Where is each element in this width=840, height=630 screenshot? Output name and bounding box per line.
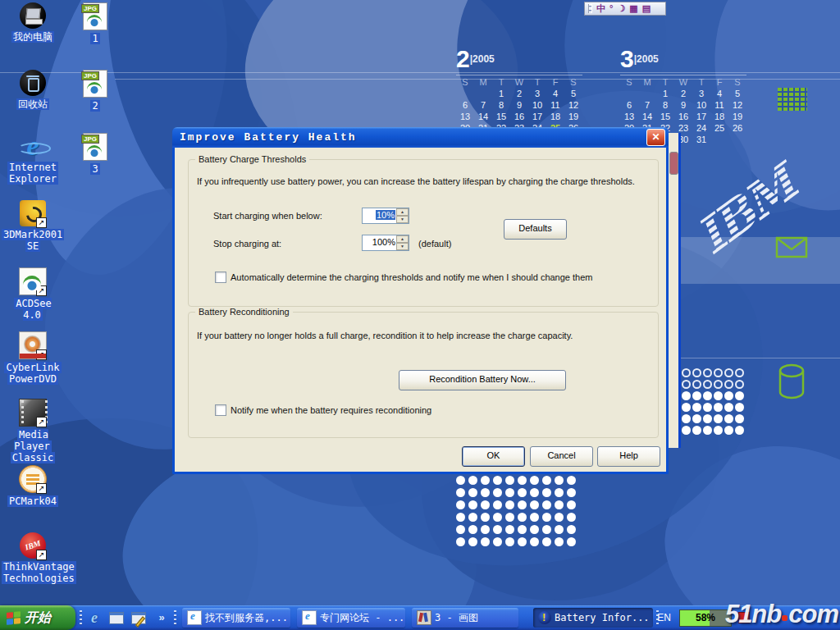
dialog-titlebar[interactable]: Improve Battery Health ✕ [172, 127, 669, 148]
acdsee-4-0-label: ACDSee 4.0 [2, 298, 64, 321]
pcmark04[interactable]: ↗PCMark04 [2, 465, 64, 507]
media-player-classic[interactable]: ↗Media PlayerClassic [2, 399, 64, 463]
calendar-date: 3 [692, 89, 710, 100]
jpg-file-1[interactable]: JPG1 [64, 2, 126, 44]
cyberlink-powerdvd[interactable]: ↗CyberLinkPowerDVD [2, 331, 64, 385]
dot [724, 380, 733, 389]
calendar-header: 2|2005 [456, 47, 582, 75]
spin-up-icon[interactable]: ▲ [396, 208, 409, 216]
dot [493, 537, 502, 546]
start-charging-value[interactable]: 10% [376, 210, 395, 220]
dot [714, 391, 723, 400]
dots-pattern-right [671, 368, 743, 435]
quick-launch-ie-icon[interactable]: e [85, 609, 103, 627]
calendar-day-header: M [474, 77, 492, 89]
stop-charging-spinner[interactable]: 100% ▲ ▼ [362, 235, 409, 251]
task-paint[interactable]: 3 - 画图 [412, 608, 518, 628]
dot [682, 391, 691, 400]
spin-down-icon[interactable]: ▼ [396, 216, 409, 223]
ime-pad-icon[interactable]: ▤ [642, 4, 651, 13]
thinkvantage-technologies-icon: IBM↗ [20, 532, 46, 559]
calendar-date: 8 [656, 100, 674, 112]
language-bar-grip[interactable] [588, 4, 592, 13]
calendar-header: 3|2005 [620, 47, 746, 75]
3dmark2001-se[interactable]: ↗3DMark2001SE [2, 200, 64, 252]
language-bar[interactable]: 中°☽▦▤ [584, 2, 666, 16]
dots-pattern-bottom [456, 476, 576, 546]
battery-information-window-edge[interactable] [667, 133, 681, 448]
dot [682, 426, 691, 435]
ime-language-icon[interactable]: 中 [596, 4, 605, 13]
dot [530, 476, 539, 485]
battery-gauge-fragment [669, 152, 678, 175]
soft-keyboard-icon[interactable]: ▦ [629, 4, 637, 13]
acdsee-4-0[interactable]: ↗ACDSee 4.0 [2, 267, 64, 321]
spin-down-icon[interactable]: ▼ [396, 243, 409, 250]
recondition-battery-button[interactable]: Recondition Battery Now... [399, 370, 566, 390]
calendar-date: 6 [620, 100, 638, 112]
task-ie-server-not-found[interactable]: 找不到服务器,... [182, 608, 290, 628]
calendar-date: 18 [710, 112, 728, 123]
start-charging-spinner[interactable]: 10% ▲ ▼ [362, 208, 409, 224]
battery-meter[interactable]: 58% [679, 609, 732, 627]
calendar-year: |2005 [634, 53, 659, 65]
internet-explorer[interactable]: eInternetExplorer [2, 133, 64, 185]
watermark-red-dot [782, 615, 788, 621]
help-button[interactable]: Help [597, 446, 660, 467]
calendar-date: 8 [492, 100, 510, 112]
jpg-file-2[interactable]: JPG2 [64, 70, 126, 112]
calendar-date [728, 135, 746, 146]
ime-moon-icon[interactable]: ☽ [617, 4, 625, 13]
dot [542, 500, 551, 509]
pcmark04-label: PCMark04 [2, 495, 64, 507]
defaults-button[interactable]: Defaults [504, 219, 567, 240]
dot [518, 500, 527, 509]
task-ie-forum[interactable]: 专门网论坛 - ... [297, 608, 405, 628]
calendar-date: 25 [710, 123, 728, 135]
calendar-date [710, 135, 728, 146]
quick-launch-mail-icon[interactable] [107, 609, 126, 627]
dot [493, 500, 502, 509]
quick-launch-show-desktop-icon[interactable] [130, 609, 148, 627]
dot [468, 513, 477, 522]
dot [735, 426, 744, 435]
group1-description: If you infrequently use battery power, y… [197, 176, 652, 186]
shortcut-arrow-icon: ↗ [36, 285, 47, 296]
dot [505, 525, 514, 534]
spin-up-icon[interactable]: ▲ [396, 235, 409, 243]
quick-launch-overflow-chevron[interactable]: » [153, 609, 171, 627]
dot [481, 476, 490, 485]
dot [735, 380, 744, 389]
start-button[interactable]: 开始 [0, 605, 75, 630]
auto-thresholds-checkbox-label[interactable]: Automatically determine the charging thr… [231, 272, 649, 282]
calendar-date: 10 [692, 100, 710, 112]
task-battery-information[interactable]: Battery Infor... [533, 608, 653, 628]
calendar-year: |2005 [470, 53, 495, 65]
ime-width-mode-icon[interactable]: ° [609, 4, 613, 13]
dot [456, 488, 465, 497]
auto-thresholds-checkbox[interactable] [215, 272, 226, 283]
dot [682, 403, 691, 412]
notify-reconditioning-checkbox-label[interactable]: Notify me when the battery requires reco… [231, 405, 575, 415]
calendar-date: 7 [638, 100, 656, 112]
group1-title: Battery Charge Thresholds [195, 154, 309, 164]
jpg-file-3[interactable]: JPG3 [64, 133, 126, 175]
stop-charging-value[interactable]: 100% [372, 237, 395, 247]
my-computer[interactable]: 我的电脑 [2, 2, 64, 43]
close-icon[interactable]: ✕ [646, 129, 665, 146]
notify-reconditioning-checkbox[interactable] [215, 404, 226, 416]
taskband-grip[interactable] [174, 610, 176, 625]
thinkvantage-technologies[interactable]: IBM↗ThinkVantageTechnologies [2, 532, 64, 584]
quick-launch-grip[interactable] [80, 610, 82, 625]
cancel-button[interactable]: Cancel [530, 446, 593, 467]
cyberlink-powerdvd-label: CyberLinkPowerDVD [2, 362, 64, 385]
recycle-bin[interactable]: 回收站 [2, 70, 64, 110]
pcmark04-icon: ↗ [19, 465, 47, 493]
dot [518, 513, 527, 522]
language-indicator[interactable]: EN [657, 612, 671, 623]
ok-button[interactable]: OK [462, 446, 525, 467]
calendar-date: 4 [546, 89, 564, 100]
jpg-tag: JPG [81, 135, 99, 144]
dot [505, 500, 514, 509]
ti-ie-page [302, 610, 317, 625]
